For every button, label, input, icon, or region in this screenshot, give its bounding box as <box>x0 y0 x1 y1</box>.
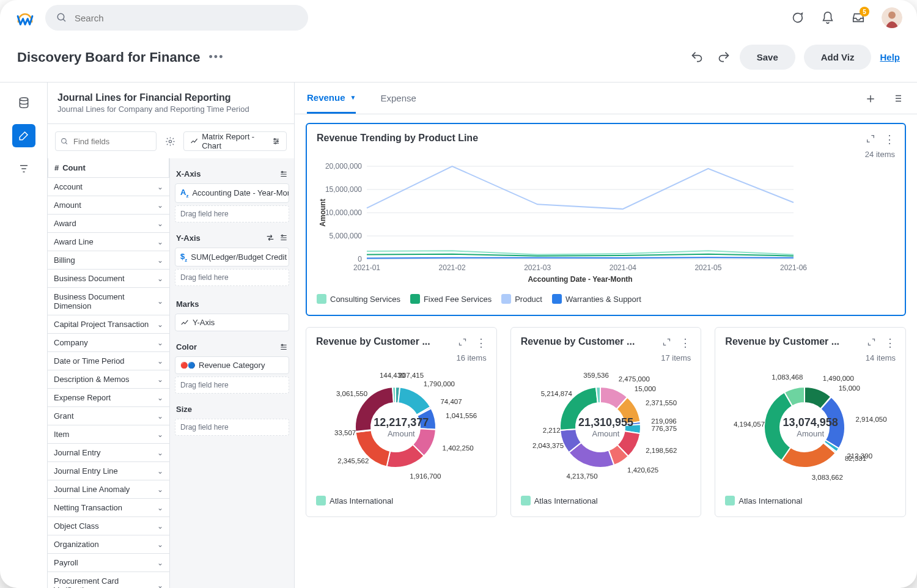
field-item[interactable]: Object Class⌄ <box>48 517 169 535</box>
tab-expense[interactable]: Expense <box>380 83 416 114</box>
marks-chip[interactable]: Y-Axis <box>175 314 289 331</box>
rail-data-icon[interactable] <box>12 91 35 114</box>
size-drop[interactable]: Drag field here <box>175 419 289 436</box>
y-axis-drop[interactable]: Drag field here <box>175 269 289 286</box>
sliders-icon[interactable] <box>279 170 288 178</box>
field-item[interactable]: Expense Report⌄ <box>48 389 169 407</box>
legend-item[interactable]: Fixed Fee Services <box>410 294 492 304</box>
color-head: Color <box>175 337 289 356</box>
redo-icon[interactable] <box>716 50 731 65</box>
field-item[interactable]: Capital Project Transaction⌄ <box>48 315 169 334</box>
line-chart: 05,000,00010,000,00015,000,00020,000,000… <box>317 163 800 285</box>
field-count[interactable]: # Count <box>48 158 169 178</box>
search-input[interactable] <box>73 12 297 24</box>
card-menu-icon[interactable]: ⋮ <box>885 336 896 350</box>
rail-filter-icon[interactable] <box>12 157 35 180</box>
chevron-down-icon: ⌄ <box>157 540 163 549</box>
chevron-down-icon: ⌄ <box>157 581 163 588</box>
donut-chart: 1,490,00015,0002,914,050212,39082,3313,0… <box>725 366 896 488</box>
expand-icon[interactable] <box>867 337 876 348</box>
field-item[interactable]: Payroll⌄ <box>48 554 169 572</box>
chevron-down-icon: ⌄ <box>157 219 163 228</box>
expand-icon[interactable] <box>662 337 671 348</box>
x-axis-drop[interactable]: Drag field here <box>175 205 289 222</box>
field-item[interactable]: Description & Memos⌄ <box>48 370 169 389</box>
chevron-down-icon: ⌄ <box>157 357 163 366</box>
field-item[interactable]: Billing⌄ <box>48 251 169 270</box>
marks-head: Marks <box>175 295 289 314</box>
list-icon[interactable] <box>890 91 905 106</box>
svg-point-8 <box>274 142 276 144</box>
avatar[interactable] <box>882 7 902 28</box>
chevron-down-icon: ⌄ <box>157 238 163 246</box>
legend-item[interactable]: Product <box>501 294 542 304</box>
svg-point-3 <box>20 98 28 101</box>
rail-edit-icon[interactable] <box>12 124 35 147</box>
field-item[interactable]: Journal Entry Line⌄ <box>48 462 169 480</box>
card-revenue-customer[interactable]: Revenue by Customer ... ⋮ 14 items 1,490… <box>715 327 906 517</box>
field-item[interactable]: Grant⌄ <box>48 407 169 425</box>
field-item[interactable]: Item⌄ <box>48 425 169 444</box>
more-actions-icon[interactable]: ••• <box>209 51 224 64</box>
item-count: 14 items <box>725 353 896 362</box>
color-drop[interactable]: Drag field here <box>175 377 289 394</box>
card-title: Revenue by Customer ... <box>725 336 839 347</box>
chat-icon[interactable] <box>790 10 805 25</box>
x-axis-chip[interactable]: AzAccounting Date - Year-Month <box>175 183 289 203</box>
undo-icon[interactable] <box>690 50 704 65</box>
card-title: Revenue by Customer ... <box>521 336 635 347</box>
color-chip[interactable]: 🔴🔵Revenue Category <box>175 356 289 374</box>
card-revenue-trending[interactable]: Revenue Trending by Product Line ⋮ 24 it… <box>306 123 906 316</box>
svg-text:Amount: Amount <box>319 199 327 226</box>
tab-revenue[interactable]: Revenue▼ <box>307 83 356 114</box>
help-link[interactable]: Help <box>880 52 900 62</box>
card-menu-icon[interactable]: ⋮ <box>680 336 691 350</box>
chevron-down-icon: ⌄ <box>157 256 163 265</box>
expand-icon[interactable] <box>866 134 875 145</box>
field-item[interactable]: Account⌄ <box>48 178 169 196</box>
card-revenue-customer[interactable]: Revenue by Customer ... ⋮ 17 items 2,475… <box>510 327 702 517</box>
settings-icon[interactable] <box>160 131 180 151</box>
sliders-icon[interactable] <box>279 233 288 242</box>
legend-item[interactable]: Consulting Services <box>317 294 400 304</box>
field-item[interactable]: Organization⌄ <box>48 535 169 554</box>
find-fields-input[interactable] <box>72 136 151 147</box>
field-item[interactable]: Procurement Card Verification⌄ <box>48 572 169 588</box>
field-item[interactable]: Date or Time Period⌄ <box>48 352 169 370</box>
svg-text:2021-06: 2021-06 <box>780 263 807 272</box>
legend-item[interactable]: Atlas International <box>316 496 393 505</box>
y-axis-chip[interactable]: $zSUM(Ledger/Budget Credit ... <box>175 248 289 267</box>
field-item[interactable]: Netting Transaction⌄ <box>48 499 169 517</box>
card-title: Revenue Trending by Product Line <box>317 133 478 144</box>
legend-item[interactable]: Atlas International <box>725 496 802 505</box>
field-item[interactable]: Business Document⌄ <box>48 270 169 288</box>
legend-item[interactable]: Warranties & Support <box>552 294 641 304</box>
card-menu-icon[interactable]: ⋮ <box>476 336 487 350</box>
field-item[interactable]: Amount⌄ <box>48 196 169 215</box>
bell-icon[interactable] <box>820 10 835 25</box>
app-logo[interactable] <box>15 7 35 28</box>
expand-icon[interactable] <box>458 337 467 348</box>
report-type[interactable]: Matrix Report - Chart <box>183 131 287 151</box>
donut-chart: 207,4151,790,00074,4071,041,5561,402,250… <box>316 366 487 488</box>
card-menu-icon[interactable]: ⋮ <box>884 133 895 146</box>
card-revenue-customer[interactable]: Revenue by Customer ... ⋮ 16 items 207,4… <box>306 327 497 517</box>
sliders-icon[interactable] <box>279 343 288 351</box>
find-fields[interactable] <box>55 131 157 151</box>
global-search[interactable] <box>45 5 308 31</box>
field-item[interactable]: Business Document Dimension⌄ <box>48 288 169 315</box>
save-button[interactable]: Save <box>740 45 795 70</box>
svg-text:5,000,000: 5,000,000 <box>330 232 363 240</box>
field-item[interactable]: Award Line⌄ <box>48 233 169 251</box>
add-tab-icon[interactable]: ＋ <box>863 91 878 106</box>
svg-text:2021-03: 2021-03 <box>524 263 551 272</box>
field-item[interactable]: Company⌄ <box>48 334 169 352</box>
field-item[interactable]: Journal Line Anomaly⌄ <box>48 480 169 499</box>
legend-item[interactable]: Atlas International <box>521 496 598 505</box>
swap-icon[interactable] <box>266 233 274 242</box>
add-viz-button[interactable]: Add Viz <box>804 45 872 70</box>
inbox-icon[interactable]: 5 <box>851 10 866 25</box>
field-item[interactable]: Award⌄ <box>48 215 169 233</box>
chevron-down-icon: ⌄ <box>157 430 163 439</box>
field-item[interactable]: Journal Entry⌄ <box>48 444 169 462</box>
